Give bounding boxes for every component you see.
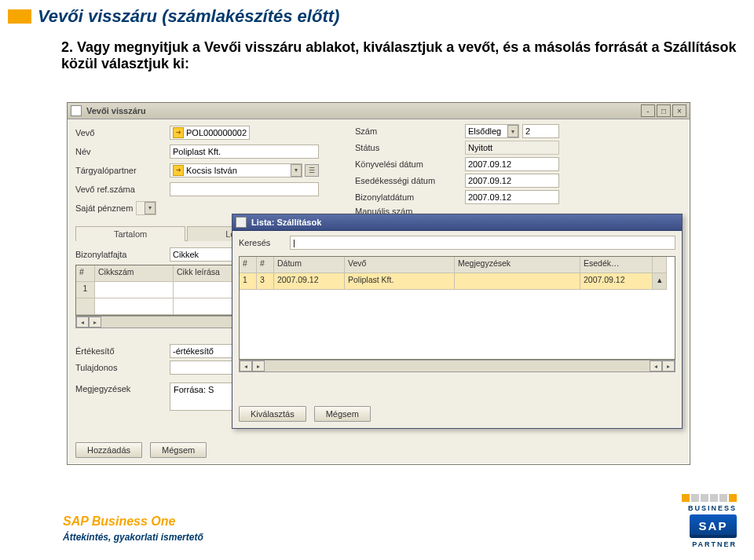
popup-body: Keresés | # # Dátum Vevő Megjegyzések Es… bbox=[232, 231, 682, 377]
cell-megjegyzesek bbox=[455, 273, 580, 290]
body-text: Vagy megnyitjuk a Vevői visszáru ablakot… bbox=[61, 39, 736, 71]
pcol-esedek[interactable]: Esedék… bbox=[580, 257, 653, 273]
link-arrow-icon[interactable]: ➔ bbox=[173, 165, 184, 176]
choose-from-list-button[interactable]: ☰ bbox=[305, 164, 319, 177]
value-szam: 2 bbox=[525, 126, 530, 136]
label-kereses: Keresés bbox=[239, 238, 282, 247]
close-button[interactable]: × bbox=[672, 104, 686, 117]
select-button[interactable]: Kiválasztás bbox=[239, 406, 306, 422]
scroll-left-button[interactable]: ◂ bbox=[76, 317, 89, 328]
main-form: Vevő ➔ POL000000002 Név Poliplast Kft. T… bbox=[68, 119, 690, 218]
vscroll-header bbox=[653, 257, 667, 273]
cancel-button[interactable]: Mégsem bbox=[314, 406, 371, 422]
value-ertekesito: -értékesítő bbox=[173, 346, 214, 356]
row-number: 1 bbox=[76, 282, 95, 298]
footer-title: SAP Business One bbox=[63, 514, 203, 529]
scroll-left-end-button[interactable]: ◂ bbox=[650, 361, 662, 372]
sap-logo-small: SAP bbox=[690, 514, 737, 538]
popup-horizontal-scrollbar[interactable]: ◂ ▸ ◂ ▸ bbox=[239, 360, 675, 372]
label-vevo: Vevő bbox=[75, 128, 170, 137]
label-ertekesito: Értékesítő bbox=[75, 346, 170, 356]
tab-tartalom[interactable]: Tartalom bbox=[75, 226, 185, 241]
value-bizonylatfajta: Cikkek bbox=[173, 250, 199, 259]
link-arrow-icon[interactable]: ➔ bbox=[173, 127, 184, 138]
logo-area: BUSINESS SAP PARTNER bbox=[682, 494, 737, 549]
maximize-button[interactable]: □ bbox=[657, 104, 671, 117]
label-status: Státus bbox=[355, 143, 465, 152]
logo-text-partner: PARTNER bbox=[692, 540, 737, 549]
field-szam-mode[interactable]: Elsődleg ▾ bbox=[465, 124, 519, 138]
value-esedekessegi-datum: 2007.09.12 bbox=[468, 176, 511, 185]
titlebar[interactable]: Vevői visszáru - □ × bbox=[68, 103, 690, 119]
footer-subtitle: Áttekintés, gyakorlati ismertető bbox=[63, 532, 203, 543]
popup-table-header: # # Dátum Vevő Megjegyzések Esedék… bbox=[240, 257, 675, 273]
label-szam: Szám bbox=[355, 126, 465, 136]
field-konyvelesi-datum[interactable]: 2007.09.12 bbox=[465, 157, 559, 171]
form-left-column: Vevő ➔ POL000000002 Név Poliplast Kft. T… bbox=[75, 124, 319, 216]
field-bizonylatdatum[interactable]: 2007.09.12 bbox=[465, 190, 559, 204]
slide-body-text: 2. Vagy megnyitjuk a Vevői visszáru abla… bbox=[61, 39, 754, 72]
popup-titlebar[interactable]: Lista: Szállítások bbox=[232, 214, 682, 231]
list-number: 2. bbox=[61, 39, 73, 55]
label-tulajdonos: Tulajdonos bbox=[75, 363, 170, 372]
scroll-left-button[interactable]: ◂ bbox=[240, 361, 252, 372]
label-nev: Név bbox=[75, 147, 170, 156]
scroll-right-end-button[interactable]: ▸ bbox=[662, 361, 675, 372]
field-vevo[interactable]: ➔ POL000000002 bbox=[170, 126, 250, 140]
minimize-button[interactable]: - bbox=[641, 104, 655, 117]
field-ref[interactable] bbox=[170, 182, 319, 196]
combo-dropdown-icon[interactable]: ▾ bbox=[507, 125, 518, 137]
cell-vevo: Poliplast Kft. bbox=[345, 273, 455, 290]
pcol-datum[interactable]: Dátum bbox=[274, 257, 345, 273]
field-targyalopartner[interactable]: ➔ Kocsis István ▾ bbox=[170, 163, 302, 178]
field-status: Nyitott bbox=[465, 141, 559, 155]
combo-dropdown-icon[interactable]: ▾ bbox=[291, 164, 302, 177]
popup-actions: Kiválasztás Mégsem bbox=[239, 406, 371, 422]
col-hash[interactable]: # bbox=[76, 265, 95, 282]
scroll-right-button[interactable]: ▸ bbox=[252, 361, 265, 372]
window-icon bbox=[236, 217, 247, 228]
value-targyalopartner: Kocsis István bbox=[186, 166, 237, 175]
popup-lista-szallitasok: Lista: Szállítások Keresés | # # Dátum V… bbox=[232, 214, 683, 429]
pcol-vevo[interactable]: Vevő bbox=[345, 257, 455, 273]
form-right-column: Szám Elsődleg ▾ 2 Státus Nyitott Könyvel… bbox=[355, 124, 559, 216]
field-szam[interactable]: 2 bbox=[522, 124, 559, 138]
currency-selector[interactable]: ▾ bbox=[136, 201, 156, 215]
slide-title: Vevői visszáru (számlakészítés előtt) bbox=[38, 6, 339, 27]
cell-rownum: 1 bbox=[240, 273, 257, 290]
cell-id: 3 bbox=[257, 273, 274, 290]
cell-esedek: 2007.09.12 bbox=[580, 273, 653, 290]
value-vevo: POL000000002 bbox=[186, 128, 247, 137]
scroll-right-button[interactable]: ▸ bbox=[89, 317, 101, 328]
business-partner-logo: BUSINESS SAP PARTNER bbox=[682, 494, 737, 549]
label-konyvelesi-datum: Könyvelési dátum bbox=[355, 159, 465, 169]
scroll-up-button[interactable]: ▴ bbox=[653, 273, 667, 290]
label-bizonylatfajta: Bizonylatfajta bbox=[75, 250, 170, 259]
cancel-button[interactable]: Mégsem bbox=[150, 442, 207, 458]
popup-title: Lista: Szállítások bbox=[251, 218, 321, 227]
popup-table[interactable]: # # Dátum Vevő Megjegyzések Esedék… 1 3 … bbox=[239, 256, 675, 360]
label-esedekessegi-datum: Esedékességi dátum bbox=[355, 176, 465, 185]
label-bizonylatdatum: Bizonylatdátum bbox=[355, 192, 465, 202]
label-megjegyzesek: Megjegyzések bbox=[75, 382, 170, 393]
search-row: Keresés | bbox=[239, 236, 675, 250]
cell-datum: 2007.09.12 bbox=[274, 273, 345, 290]
logo-text-business: BUSINESS bbox=[688, 503, 737, 513]
field-nev[interactable]: Poliplast Kft. bbox=[170, 145, 319, 159]
add-button[interactable]: Hozzáadás bbox=[75, 442, 142, 458]
label-ref: Vevő ref.száma bbox=[75, 185, 170, 194]
value-bizonylatdatum: 2007.09.12 bbox=[468, 192, 511, 202]
table-row[interactable]: 1 3 2007.09.12 Poliplast Kft. 2007.09.12… bbox=[240, 273, 675, 290]
search-input[interactable]: | bbox=[290, 236, 675, 250]
slide-footer: SAP Business One Áttekintés, gyakorlati … bbox=[63, 514, 203, 543]
value-status: Nyitott bbox=[468, 143, 492, 152]
pcol-1[interactable]: # bbox=[240, 257, 257, 273]
pcol-megjegyzesek[interactable]: Megjegyzések bbox=[455, 257, 580, 273]
pcol-2[interactable]: # bbox=[257, 257, 274, 273]
value-szam-mode: Elsődleg bbox=[468, 126, 501, 136]
label-targyalopartner: Tárgyalópartner bbox=[75, 166, 170, 175]
combo-dropdown-icon[interactable]: ▾ bbox=[145, 202, 156, 214]
value-megjegyzesek: Forrása: S bbox=[174, 385, 214, 394]
col-cikkszam[interactable]: Cikkszám bbox=[95, 265, 174, 282]
field-esedekessegi-datum[interactable]: 2007.09.12 bbox=[465, 174, 559, 188]
